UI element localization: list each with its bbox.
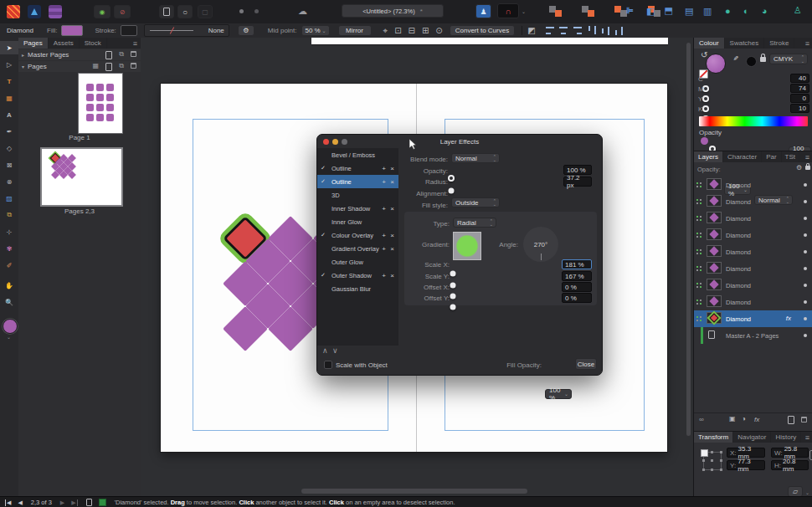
mask-layer-icon[interactable]: ▣ [729,415,736,422]
tab-transform[interactable]: Transform [694,432,733,443]
pages23-label[interactable]: Pages 2,3 [18,207,141,215]
layer-thumbnail[interactable] [707,212,722,223]
pages23-thumbnail[interactable] [40,147,123,207]
align-top-icon[interactable] [588,26,596,35]
geometry-divide-icon[interactable]: ◕ [762,6,768,16]
close-button[interactable]: Close [575,358,597,370]
layer-effects-fx-icon[interactable]: fx [754,416,759,423]
anchor-top-left[interactable] [701,449,708,457]
blend-mode-dropdown[interactable]: Normal [451,153,500,163]
opacity-colour-dot[interactable] [701,137,708,145]
new-document-icon[interactable] [159,5,174,18]
anchor-dot[interactable] [711,459,713,462]
view-hand-tool[interactable]: ✋ [0,279,18,292]
snapping-options-chevron-icon[interactable]: ⌄ [522,8,526,14]
first-spread-icon[interactable]: ◀ [5,499,11,506]
dialog-titlebar[interactable]: Layer Effects [317,135,602,148]
effect-item-colour-overlay[interactable]: Colour Overlay [317,228,398,242]
radius-slider-knob[interactable] [449,188,455,194]
effect-add-icon[interactable] [382,202,386,215]
spectrum-bar[interactable] [699,116,808,126]
layer-thumbnail[interactable] [707,195,722,207]
add-master-icon[interactable] [105,51,112,59]
colour-picker-icon[interactable]: ✎ [732,55,739,61]
place-image-tool[interactable]: ▨ [0,192,18,205]
move-tool[interactable]: ➤ [0,41,18,54]
layer-thumbnail[interactable] [707,178,722,190]
layer-name[interactable]: Diamond [726,177,751,193]
align-right-icon[interactable] [573,27,582,34]
vector-brush-tool[interactable]: ✾ [0,242,18,255]
layer-thumbnail[interactable] [707,312,722,324]
fill-opacity-dropdown[interactable]: 100 % [545,389,572,399]
effect-item-bevel-emboss[interactable]: Bevel / Emboss [317,148,398,161]
layer-row[interactable]: Diamond [694,260,812,277]
layer-visibility-toggle[interactable] [804,267,807,270]
tab-navigator[interactable]: Navigator [733,432,771,443]
insert-behind-icon[interactable]: ▥ [703,6,712,17]
geometry-subtract-icon[interactable]: ◐ [743,6,749,16]
effect-check-icon[interactable] [321,175,326,188]
contact-sheet-icon[interactable]: ♟ [475,4,491,18]
ellipse-frame-tool[interactable]: ⊗ [0,175,18,188]
gradient-swatch[interactable] [453,232,481,260]
collapse-chevron-icon[interactable]: ▸ [22,52,24,58]
panel-menu-icon[interactable]: ≡ [133,39,137,48]
crop-tool[interactable]: ⊹ [0,225,18,238]
collapse-chevron-icon[interactable]: ▾ [22,64,24,69]
apply-master-icon[interactable]: ▦ [92,62,99,69]
horizontal-scrollbar[interactable] [301,489,527,494]
midpoint-dropdown[interactable]: 50 % [301,25,330,36]
offset-x-knob[interactable] [450,294,456,300]
anchor-dot[interactable] [720,469,722,471]
magenta-value-field[interactable]: 74 [790,84,809,93]
anchor-dot[interactable] [702,469,705,471]
tab-layers[interactable]: Layers [694,151,723,162]
alignment-options-icon[interactable]: ⊫ [626,6,634,15]
layer-row[interactable]: Diamond [694,193,812,210]
delete-page-icon[interactable] [131,63,136,69]
my-account-icon[interactable]: ♙ [794,5,802,16]
node-tool[interactable]: ▷ [0,58,18,71]
offset-y-knob[interactable] [450,305,456,310]
pin-icon[interactable] [239,9,244,13]
effect-item-outline-1[interactable]: Outline [317,161,398,175]
document-title-menu[interactable]: <Untitled> (72.3%) * [342,4,444,18]
effect-item-inner-shadow[interactable]: Inner Shadow [317,202,398,215]
next-spread-icon[interactable]: ▶ [60,499,64,506]
layer-name[interactable]: Diamond [726,193,751,210]
layer-visibility-toggle[interactable] [804,183,807,187]
align-left-icon[interactable] [546,27,555,34]
align-middle-icon[interactable] [602,26,609,35]
alignment-dropdown[interactable]: Outside [451,197,500,207]
add-page-icon[interactable] [105,63,112,71]
layer-thumbnail[interactable] [707,262,722,274]
angle-dial[interactable]: 270° [523,227,558,262]
tab-colour[interactable]: Colour [694,38,725,49]
tab-assets[interactable]: Assets [49,38,80,49]
effect-remove-icon[interactable] [390,242,394,255]
fill-colour-circle[interactable] [706,54,726,74]
type-dropdown[interactable]: Radial [453,218,496,228]
anchor-dot[interactable] [702,459,705,462]
layer-row[interactable]: Diamond [694,210,812,227]
save-document-icon[interactable]: ▢ [198,5,213,18]
hide-selection-icon[interactable]: ⊙ [435,26,442,35]
tab-text-styles[interactable]: TSt [782,151,799,162]
colour-picker-tool[interactable]: ✐ [0,259,18,272]
effect-add-icon[interactable] [382,228,386,242]
layer-row[interactable]: Diamond [694,177,812,193]
cyan-value-field[interactable]: 40 [790,74,809,83]
frame-text-tool[interactable]: T [0,74,18,88]
layer-name[interactable]: Diamond [726,210,751,227]
rotation-centre-icon[interactable]: ⌖ [383,26,388,36]
table-tool[interactable]: ▦ [0,91,18,105]
spread-indicator[interactable]: 2,3 of 3 [31,499,52,506]
spread-view-icon[interactable] [86,499,92,506]
convert-to-curves-button[interactable]: Convert to Curves [450,25,515,36]
effect-item-outline-2[interactable]: Outline [317,175,398,188]
layer-thumbnail[interactable] [707,245,722,257]
master-layer-row[interactable]: Master A - 2 Pages [694,327,812,344]
effect-add-icon[interactable] [382,242,386,255]
panel-menu-icon[interactable]: ≡ [805,433,809,442]
